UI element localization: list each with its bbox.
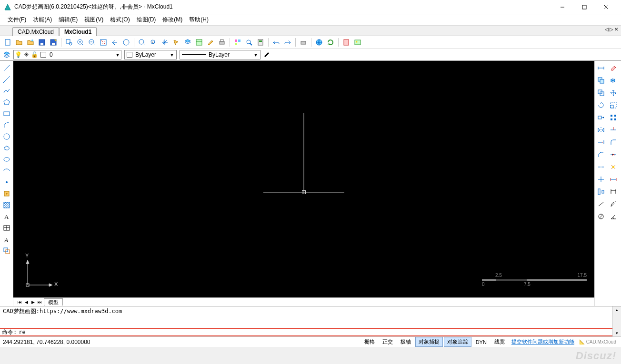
zoom-scale-icon[interactable]: ± xyxy=(149,38,158,47)
region-icon[interactable] xyxy=(1,246,12,256)
layout-next-icon[interactable]: ▶ xyxy=(30,300,36,305)
xline-icon[interactable] xyxy=(1,74,12,85)
command-input[interactable] xyxy=(19,329,47,335)
lengthen-icon[interactable] xyxy=(608,174,619,185)
fillet-icon[interactable] xyxy=(608,137,619,148)
circle-icon[interactable] xyxy=(1,131,12,142)
polygon-icon[interactable] xyxy=(1,97,12,108)
save-icon[interactable] xyxy=(37,38,47,47)
tab-close-icon[interactable]: ✕ xyxy=(614,27,618,32)
status-polar[interactable]: 极轴 xyxy=(397,337,414,347)
explode-icon[interactable] xyxy=(608,162,619,172)
menu-format[interactable]: 格式(O) xyxy=(107,15,132,25)
layer-manager-icon[interactable] xyxy=(3,51,10,59)
select-icon[interactable] xyxy=(171,38,181,47)
block-manager-icon[interactable] xyxy=(233,38,242,47)
rectangle-icon[interactable] xyxy=(1,108,12,119)
status-otrack[interactable]: 对象追踪 xyxy=(444,337,471,347)
drawing-canvas[interactable]: X Y 0 2.5 7.5 17.5 xyxy=(13,61,594,297)
arc-icon[interactable] xyxy=(1,120,12,130)
mtext-icon[interactable]: |A xyxy=(1,234,12,245)
find-icon[interactable] xyxy=(244,38,254,47)
layers-icon[interactable] xyxy=(183,38,192,47)
redo-icon[interactable] xyxy=(283,38,292,47)
dim-aligned-icon[interactable] xyxy=(596,199,606,209)
join-icon[interactable] xyxy=(596,174,606,185)
image-icon[interactable] xyxy=(353,38,362,47)
ellipse-arc-icon[interactable] xyxy=(1,166,12,176)
chamfer-icon[interactable] xyxy=(596,149,606,160)
zoom-previous-icon[interactable] xyxy=(110,38,120,47)
rotate-icon[interactable] xyxy=(596,100,606,110)
status-dyn[interactable]: DYN xyxy=(472,338,490,346)
dim-diameter-icon[interactable] xyxy=(596,211,606,222)
tab-cad-mxcloud[interactable]: CAD.MxCloud xyxy=(12,27,59,36)
menu-edit[interactable]: 编辑(E) xyxy=(56,15,80,25)
break-icon[interactable] xyxy=(608,149,619,160)
command-scrollbar[interactable]: ▴ ▾ xyxy=(612,306,621,336)
mirror2-icon[interactable] xyxy=(608,75,619,86)
minimize-button[interactable] xyxy=(551,0,573,14)
print-icon[interactable] xyxy=(217,38,227,47)
zoom-window-icon[interactable] xyxy=(64,38,74,47)
tab-prev-icon[interactable]: ◁ xyxy=(605,27,609,32)
refresh-icon[interactable] xyxy=(326,38,335,47)
revcloud-icon[interactable] xyxy=(1,143,12,153)
layout-prev-icon[interactable]: ◀ xyxy=(23,300,30,305)
menu-view[interactable]: 视图(V) xyxy=(81,15,106,25)
pdf-icon[interactable] xyxy=(341,38,351,47)
linetype-dropdown[interactable]: ByLayer ▾ xyxy=(180,50,260,59)
menu-modify[interactable]: 修改(M) xyxy=(160,15,185,25)
matchprop-icon[interactable] xyxy=(206,38,215,47)
copy-icon[interactable] xyxy=(596,75,606,86)
scroll-down-icon[interactable]: ▾ xyxy=(616,331,618,335)
table-icon[interactable] xyxy=(1,223,12,233)
layout-last-icon[interactable]: ⏭ xyxy=(36,300,43,305)
zoom-all-icon[interactable] xyxy=(121,38,131,47)
polyline-icon[interactable] xyxy=(1,86,12,96)
undo-icon[interactable] xyxy=(271,38,281,47)
color-dropdown[interactable]: ByLayer ▾ xyxy=(124,50,177,59)
stretch-icon[interactable] xyxy=(596,112,606,123)
mirror-icon[interactable] xyxy=(596,125,606,135)
array-icon[interactable] xyxy=(608,112,619,123)
line-icon[interactable] xyxy=(1,63,12,73)
text-icon[interactable]: A xyxy=(1,211,12,222)
ellipse-icon[interactable] xyxy=(1,154,12,165)
dim-angular-icon[interactable] xyxy=(608,211,619,222)
maximize-button[interactable] xyxy=(573,0,595,14)
extend-icon[interactable] xyxy=(596,137,606,148)
scroll-up-icon[interactable]: ▴ xyxy=(616,307,618,312)
erase-icon[interactable] xyxy=(608,63,619,73)
menu-function[interactable]: 功能(A) xyxy=(30,15,55,25)
menu-help[interactable]: 帮助(H) xyxy=(186,15,211,25)
zoom-realtime-icon[interactable] xyxy=(137,38,147,47)
saveas-icon[interactable] xyxy=(49,38,58,47)
move-icon[interactable] xyxy=(608,88,619,98)
layout-first-icon[interactable]: ⏮ xyxy=(16,300,23,305)
point-icon[interactable] xyxy=(1,177,12,187)
close-button[interactable] xyxy=(595,0,617,14)
command-line[interactable]: 命令: xyxy=(0,328,613,336)
dim-linear-icon[interactable] xyxy=(608,187,619,197)
scale-icon[interactable] xyxy=(608,100,619,110)
open-cloud-icon[interactable] xyxy=(26,38,35,47)
status-lineweight[interactable]: 线宽 xyxy=(491,337,508,347)
status-grid[interactable]: 栅格 xyxy=(361,337,378,347)
layer-dropdown[interactable]: 💡 ☀ 🔓 0 ▾ xyxy=(13,50,121,59)
zoom-out-icon[interactable] xyxy=(87,38,97,47)
align-icon[interactable] xyxy=(596,187,606,197)
zoom-in-icon[interactable] xyxy=(76,38,85,47)
hatch-icon[interactable] xyxy=(1,200,12,210)
tab-next-icon[interactable]: ▷ xyxy=(610,27,613,32)
web-icon[interactable] xyxy=(314,38,324,47)
trim-icon[interactable] xyxy=(608,125,619,135)
menu-draw[interactable]: 绘图(D) xyxy=(134,15,159,25)
dimension-icon[interactable] xyxy=(596,63,606,73)
menu-file[interactable]: 文件(F) xyxy=(5,15,29,25)
model-tab[interactable]: 模型 xyxy=(44,298,63,306)
lineweight-icon[interactable] xyxy=(263,51,271,59)
tab-mxcloud1[interactable]: MxCloud1 xyxy=(59,27,97,36)
offset-icon[interactable] xyxy=(596,88,606,98)
calculator-icon[interactable] xyxy=(256,38,265,47)
